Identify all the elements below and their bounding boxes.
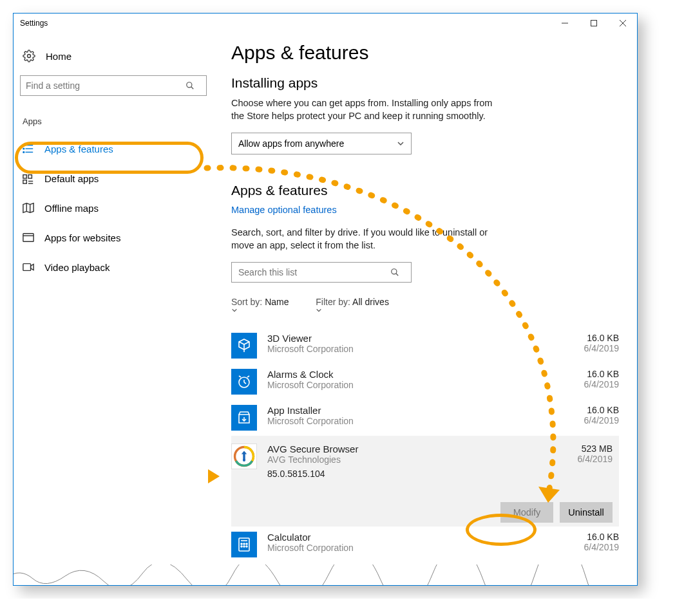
find-setting-search[interactable] [20, 75, 207, 96]
chevron-down-icon [231, 307, 294, 313]
main-panel: Apps & features Installing apps Choose w… [213, 33, 637, 585]
svg-point-15 [23, 152, 24, 153]
installing-apps-heading: Installing apps [231, 75, 619, 91]
search-app-list-input[interactable] [232, 267, 390, 277]
default-apps-icon [23, 173, 34, 184]
svg-line-31 [239, 376, 241, 377]
app-date: 6/4/2019 [555, 454, 613, 464]
svg-rect-16 [23, 175, 26, 178]
app-publisher: Microsoft Corporation [267, 416, 551, 426]
minimize-button[interactable] [550, 14, 579, 33]
search-app-list[interactable] [231, 262, 412, 283]
app-icon-avg-browser [231, 443, 257, 469]
chevron-down-icon [397, 140, 404, 147]
titlebar: Settings [14, 14, 637, 33]
svg-point-41 [241, 546, 242, 547]
svg-point-14 [23, 148, 24, 149]
chevron-down-icon [316, 307, 394, 313]
app-item[interactable]: App Installer Microsoft Corporation 16.0… [231, 400, 619, 436]
app-publisher: Microsoft Corporation [267, 543, 551, 553]
uninstall-button[interactable]: Uninstall [560, 502, 613, 523]
svg-point-43 [246, 546, 247, 547]
filter-label: Filter by: [316, 297, 350, 307]
svg-line-30 [244, 382, 246, 384]
video-playback-icon [23, 261, 34, 273]
install-source-value: Allow apps from anywhere [238, 138, 344, 149]
app-item[interactable]: Calculator Microsoft Corporation 16.0 KB… [231, 527, 619, 563]
apps-features-desc: Search, sort, and filter by drive. If yo… [231, 227, 502, 252]
svg-rect-23 [23, 234, 33, 242]
svg-point-26 [392, 269, 397, 274]
app-name: App Installer [267, 405, 551, 416]
app-date: 6/4/2019 [561, 415, 619, 425]
close-button[interactable] [608, 14, 637, 33]
svg-point-13 [23, 145, 24, 146]
svg-line-6 [191, 87, 194, 89]
maximize-button[interactable] [579, 14, 608, 33]
app-name: Calculator [267, 532, 551, 543]
find-setting-input[interactable] [21, 80, 185, 91]
svg-point-35 [243, 459, 245, 462]
app-icon-calculator [231, 532, 257, 557]
svg-point-42 [243, 546, 245, 547]
sidebar-item-apps-features[interactable]: Apps & features [20, 134, 207, 163]
sort-value: Name [265, 297, 289, 307]
sidebar-item-video-playback[interactable]: Video playback [20, 252, 207, 282]
svg-line-32 [247, 376, 249, 377]
filter-by-dropdown[interactable]: Filter by: All drives [316, 297, 394, 313]
svg-point-38 [241, 543, 242, 545]
sidebar: Home Apps Apps & features [14, 33, 213, 585]
app-publisher: AVG Technologies [267, 454, 544, 465]
svg-point-40 [246, 543, 247, 545]
app-publisher: Microsoft Corporation [267, 344, 551, 354]
sidebar-home[interactable]: Home [20, 44, 207, 68]
sort-by-dropdown[interactable]: Sort by: Name [231, 297, 294, 313]
svg-line-27 [396, 274, 399, 276]
installing-apps-desc: Choose where you can get apps from. Inst… [231, 97, 502, 122]
install-source-dropdown[interactable]: Allow apps from anywhere [231, 133, 412, 154]
app-size: 523 MB [555, 443, 613, 454]
search-icon [390, 268, 411, 277]
window-title: Settings [20, 19, 48, 28]
sidebar-item-offline-maps[interactable]: Offline maps [20, 193, 207, 223]
gear-icon [23, 50, 35, 62]
sidebar-item-label: Apps & features [44, 144, 113, 154]
annotation-pointer [208, 469, 220, 483]
offline-maps-icon [23, 202, 34, 214]
app-name: Alarms & Clock [267, 369, 551, 380]
app-icon-app-installer [231, 405, 257, 431]
sidebar-item-label: Default apps [44, 173, 99, 184]
app-name: 3D Viewer [267, 333, 551, 344]
apps-features-icon [23, 143, 34, 154]
svg-rect-1 [591, 21, 596, 26]
app-version: 85.0.5815.104 [267, 469, 544, 479]
app-size: 16.0 KB [561, 369, 619, 379]
sidebar-item-apps-websites[interactable]: Apps for websites [20, 223, 207, 252]
svg-point-4 [28, 55, 31, 58]
sidebar-section-label: Apps [20, 114, 207, 129]
sidebar-item-label: Video playback [44, 262, 109, 273]
manage-optional-features-link[interactable]: Manage optional features [231, 205, 619, 215]
app-item[interactable]: 3D Viewer Microsoft Corporation 16.0 KB … [231, 328, 619, 364]
apps-websites-icon [23, 232, 34, 243]
app-date: 6/4/2019 [561, 343, 619, 353]
app-name: AVG Secure Browser [267, 443, 544, 454]
apps-features-heading: Apps & features [231, 183, 619, 198]
app-action-row: Modify Uninstall [231, 487, 619, 527]
torn-edge-decoration [13, 565, 638, 586]
sidebar-item-default-apps[interactable]: Default apps [20, 163, 207, 193]
sidebar-home-label: Home [46, 51, 71, 62]
app-size: 16.0 KB [561, 333, 619, 343]
svg-rect-25 [23, 264, 31, 271]
modify-button[interactable]: Modify [500, 502, 553, 523]
svg-point-39 [243, 543, 245, 545]
settings-window: Settings Home [13, 13, 638, 586]
app-list: 3D Viewer Microsoft Corporation 16.0 KB … [231, 328, 619, 563]
app-date: 6/4/2019 [561, 542, 619, 552]
app-icon-3d-viewer [231, 333, 257, 359]
app-size: 16.0 KB [561, 405, 619, 415]
sidebar-item-label: Apps for websites [44, 232, 120, 243]
app-item[interactable]: Alarms & Clock Microsoft Corporation 16.… [231, 364, 619, 400]
app-item-selected[interactable]: AVG Secure Browser AVG Technologies 85.0… [231, 436, 619, 487]
app-size: 16.0 KB [561, 532, 619, 542]
